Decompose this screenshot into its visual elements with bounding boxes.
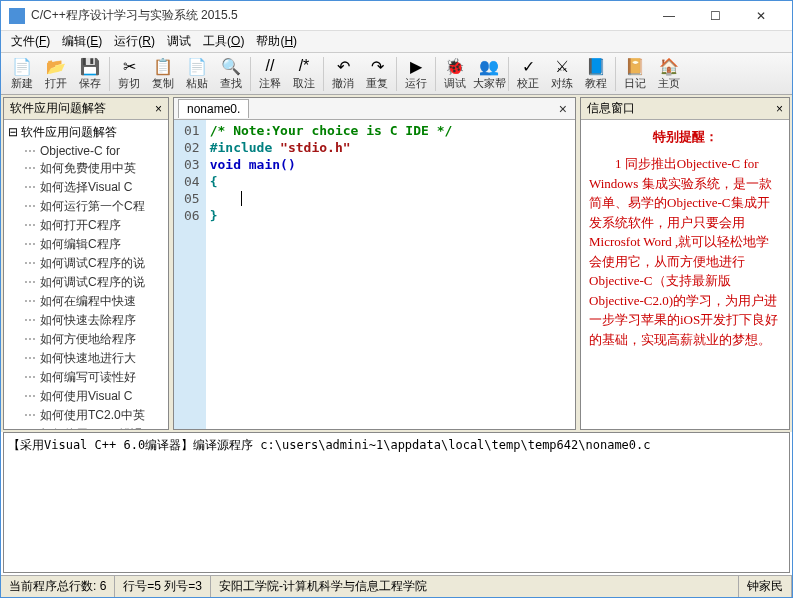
info-panel-title: 信息窗口 — [587, 100, 635, 117]
toolbar-打开[interactable]: 📂打开 — [39, 54, 73, 94]
info-pin-icon[interactable]: × — [776, 102, 783, 116]
tree-item[interactable]: 如何方便地给程序 — [4, 330, 168, 349]
toolbar-separator — [250, 57, 251, 91]
code-editor[interactable]: 010203040506 /* Note:Your choice is C ID… — [174, 120, 575, 429]
editor-tab[interactable]: noname0. — [178, 99, 249, 118]
注释-icon: // — [260, 56, 280, 76]
取注-icon: /* — [294, 56, 314, 76]
toolbar-重复[interactable]: ↷重复 — [360, 54, 394, 94]
tree-item[interactable]: 如何使用TC2.0中英 — [4, 406, 168, 425]
output-panel: 【采用Visual C++ 6.0编译器】编译源程序 c:\users\admi… — [3, 432, 790, 573]
运行-icon: ▶ — [406, 56, 426, 76]
主页-icon: 🏠 — [659, 56, 679, 76]
tree-item[interactable]: 如何打开C程序 — [4, 216, 168, 235]
toolbar-separator — [396, 57, 397, 91]
tree-item[interactable]: 如何运行第一个C程 — [4, 197, 168, 216]
line-gutter: 010203040506 — [174, 120, 206, 429]
tree-item[interactable]: 如何使用Visual C — [4, 387, 168, 406]
left-panel-title: 软件应用问题解答 — [10, 100, 106, 117]
tree-item[interactable]: 如何调试C程序的说 — [4, 273, 168, 292]
toolbar-取注[interactable]: /*取注 — [287, 54, 321, 94]
left-panel: 软件应用问题解答 × ⊟ 软件应用问题解答 Objective-C for如何免… — [3, 97, 169, 430]
tree-item[interactable]: 如何在编程中快速 — [4, 292, 168, 311]
查找-icon: 🔍 — [221, 56, 241, 76]
menu-运行[interactable]: 运行(R) — [108, 31, 161, 52]
toolbar-校正[interactable]: ✓校正 — [511, 54, 545, 94]
menu-调试[interactable]: 调试 — [161, 31, 197, 52]
toolbar-大家帮[interactable]: 👥大家帮 — [472, 54, 506, 94]
toolbar-separator — [323, 57, 324, 91]
menu-bar: 文件(F)编辑(E)运行(R)调试工具(O)帮助(H) — [1, 31, 792, 53]
调试-icon: 🐞 — [445, 56, 465, 76]
window-title: C/C++程序设计学习与实验系统 2015.5 — [31, 7, 646, 24]
复制-icon: 📋 — [153, 56, 173, 76]
info-body: 1 同步推出Objective-C for Windows 集成实验系统，是一款… — [589, 154, 781, 349]
status-author: 钟家民 — [739, 576, 792, 597]
tree-item[interactable]: 如何使用VC++错误 — [4, 425, 168, 429]
toolbar-separator — [109, 57, 110, 91]
menu-编辑[interactable]: 编辑(E) — [56, 31, 108, 52]
status-bar: 当前程序总行数: 6 行号=5 列号=3 安阳工学院-计算机科学与信息工程学院 … — [1, 575, 792, 597]
toolbar-对练[interactable]: ⚔对练 — [545, 54, 579, 94]
status-school: 安阳工学院-计算机科学与信息工程学院 — [211, 576, 739, 597]
对练-icon: ⚔ — [552, 56, 572, 76]
tree-root[interactable]: ⊟ 软件应用问题解答 — [4, 122, 168, 143]
撤消-icon: ↶ — [333, 56, 353, 76]
close-button[interactable]: ✕ — [738, 1, 784, 31]
toolbar-主页[interactable]: 🏠主页 — [652, 54, 686, 94]
粘贴-icon: 📄 — [187, 56, 207, 76]
toolbar-剪切[interactable]: ✂剪切 — [112, 54, 146, 94]
code-area[interactable]: /* Note:Your choice is C IDE */#include … — [206, 120, 575, 429]
workspace: 软件应用问题解答 × ⊟ 软件应用问题解答 Objective-C for如何免… — [1, 95, 792, 432]
校正-icon: ✓ — [518, 56, 538, 76]
剪切-icon: ✂ — [119, 56, 139, 76]
toolbar-教程[interactable]: 📘教程 — [579, 54, 613, 94]
menu-帮助[interactable]: 帮助(H) — [250, 31, 303, 52]
tab-close-icon[interactable]: × — [555, 101, 571, 117]
tree-item[interactable]: 如何编辑C程序 — [4, 235, 168, 254]
info-heading: 特别提醒： — [589, 128, 781, 146]
tree-item[interactable]: 如何快速地进行大 — [4, 349, 168, 368]
toolbar-粘贴[interactable]: 📄粘贴 — [180, 54, 214, 94]
toolbar-新建[interactable]: 📄新建 — [5, 54, 39, 94]
toolbar-查找[interactable]: 🔍查找 — [214, 54, 248, 94]
toolbar: 📄新建📂打开💾保存✂剪切📋复制📄粘贴🔍查找//注释/*取注↶撤消↷重复▶运行🐞调… — [1, 53, 792, 95]
pin-icon[interactable]: × — [155, 102, 162, 116]
menu-文件[interactable]: 文件(F) — [5, 31, 56, 52]
info-content: 特别提醒： 1 同步推出Objective-C for Windows 集成实验… — [581, 120, 789, 429]
tree-item[interactable]: 如何免费使用中英 — [4, 159, 168, 178]
info-panel: 信息窗口 × 特别提醒： 1 同步推出Objective-C for Windo… — [580, 97, 790, 430]
menu-工具[interactable]: 工具(O) — [197, 31, 250, 52]
日记-icon: 📔 — [625, 56, 645, 76]
tree-item[interactable]: 如何编写可读性好 — [4, 368, 168, 387]
editor-panel: noname0. × 010203040506 /* Note:Your cho… — [173, 97, 576, 430]
maximize-button[interactable]: ☐ — [692, 1, 738, 31]
toolbar-调试[interactable]: 🐞调试 — [438, 54, 472, 94]
tree-item[interactable]: 如何选择Visual C — [4, 178, 168, 197]
toolbar-separator — [508, 57, 509, 91]
toolbar-日记[interactable]: 📔日记 — [618, 54, 652, 94]
大家帮-icon: 👥 — [479, 56, 499, 76]
重复-icon: ↷ — [367, 56, 387, 76]
status-pos: 行号=5 列号=3 — [115, 576, 211, 597]
tree-view: ⊟ 软件应用问题解答 Objective-C for如何免费使用中英如何选择Vi… — [4, 120, 168, 429]
打开-icon: 📂 — [46, 56, 66, 76]
教程-icon: 📘 — [586, 56, 606, 76]
toolbar-复制[interactable]: 📋复制 — [146, 54, 180, 94]
minimize-button[interactable]: ― — [646, 1, 692, 31]
toolbar-运行[interactable]: ▶运行 — [399, 54, 433, 94]
info-panel-header: 信息窗口 × — [581, 98, 789, 120]
status-lines: 当前程序总行数: 6 — [1, 576, 115, 597]
tree-item[interactable]: 如何调试C程序的说 — [4, 254, 168, 273]
tree-item[interactable]: 如何快速去除程序 — [4, 311, 168, 330]
toolbar-注释[interactable]: //注释 — [253, 54, 287, 94]
新建-icon: 📄 — [12, 56, 32, 76]
toolbar-separator — [615, 57, 616, 91]
editor-tabbar: noname0. × — [174, 98, 575, 120]
title-bar: C/C++程序设计学习与实验系统 2015.5 ― ☐ ✕ — [1, 1, 792, 31]
toolbar-撤消[interactable]: ↶撤消 — [326, 54, 360, 94]
toolbar-separator — [435, 57, 436, 91]
toolbar-保存[interactable]: 💾保存 — [73, 54, 107, 94]
保存-icon: 💾 — [80, 56, 100, 76]
tree-item[interactable]: Objective-C for — [4, 143, 168, 159]
